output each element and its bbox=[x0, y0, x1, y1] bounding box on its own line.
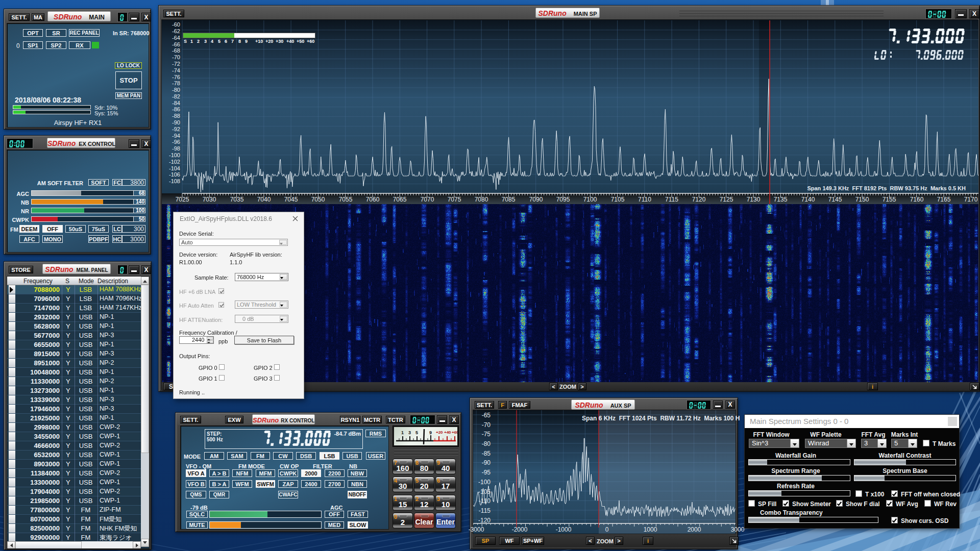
svg-text:+20: +20 bbox=[436, 430, 443, 435]
svg-text:5: 5 bbox=[415, 430, 418, 435]
svg-text:+60: +60 bbox=[452, 430, 457, 435]
svg-text:+40: +40 bbox=[444, 430, 451, 435]
svg-text:1: 1 bbox=[401, 430, 404, 435]
svg-text:9: 9 bbox=[429, 430, 432, 435]
svg-text:3: 3 bbox=[408, 430, 411, 435]
